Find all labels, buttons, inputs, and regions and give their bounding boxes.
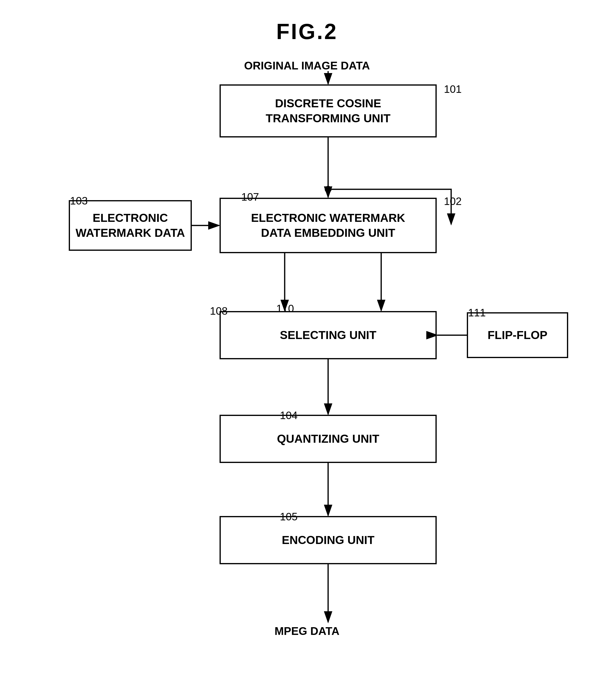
ref-101: 101 (444, 83, 462, 95)
original-image-label: ORIGINAL IMAGE DATA (244, 59, 370, 72)
fig-title: FIG.2 (276, 19, 338, 44)
ref-104: 104 (280, 410, 297, 422)
encoding-label: ENCODING UNIT (282, 533, 374, 548)
selecting-box: SELECTING UNIT (220, 311, 437, 359)
flip-flop-label: FLIP-FLOP (488, 328, 548, 343)
ewm-embed-label: ELECTRONIC WATERMARKDATA EMBEDDING UNIT (251, 211, 405, 241)
mpeg-label: MPEG DATA (274, 625, 340, 638)
quantizing-box: QUANTIZING UNIT (220, 415, 437, 463)
selecting-label: SELECTING UNIT (280, 328, 376, 343)
encoding-box: ENCODING UNIT (220, 516, 437, 564)
svg-point-4 (325, 186, 331, 193)
ref-107: 107 (241, 191, 259, 203)
ref-102: 102 (444, 195, 462, 208)
ref-105: 105 (280, 511, 297, 523)
ref-110: 110 (276, 303, 294, 315)
quantizing-label: QUANTIZING UNIT (277, 432, 379, 446)
ewm-data-label: ELECTRONICWATERMARK DATA (75, 211, 185, 241)
ewm-data-box: ELECTRONICWATERMARK DATA (69, 200, 192, 251)
ref-108: 108 (210, 305, 228, 317)
ref-103: 103 (70, 195, 88, 207)
flip-flop-box: FLIP-FLOP (467, 312, 568, 358)
diagram: FIG.2 ORIGINAL IMAGE DATA DISCRETE COSIN… (0, 0, 614, 700)
dct-box: DISCRETE COSINETRANSFORMING UNIT (220, 84, 437, 137)
dct-label: DISCRETE COSINETRANSFORMING UNIT (266, 96, 390, 126)
ref-111: 111 (468, 307, 486, 319)
ewm-embed-box: ELECTRONIC WATERMARKDATA EMBEDDING UNIT (220, 198, 437, 253)
